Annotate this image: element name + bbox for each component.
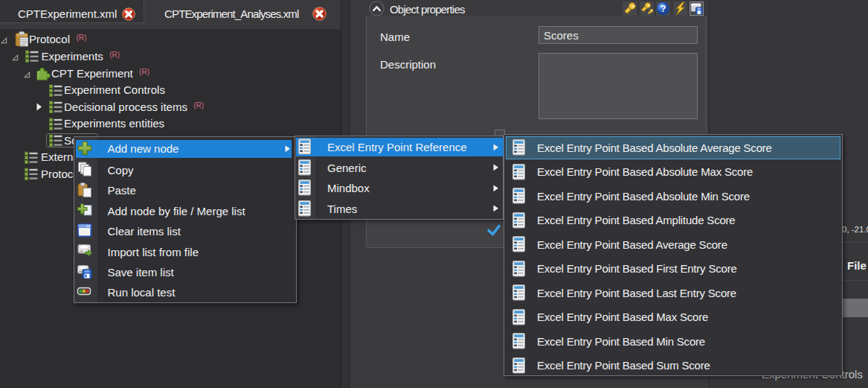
- svg-text:?: ?: [660, 4, 666, 14]
